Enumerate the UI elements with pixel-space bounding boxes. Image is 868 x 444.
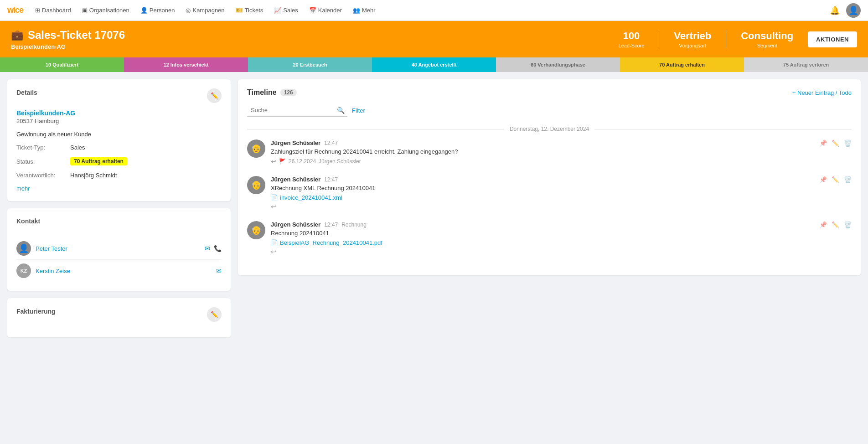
entry-1-pin-button[interactable]: 📌 (819, 139, 827, 147)
phase-10-qualifiziert[interactable]: 10 Qualifiziert (0, 57, 124, 72)
phase-70-auftrag-erhalten[interactable]: 70 Auftrag erhalten (620, 57, 744, 72)
kontakt-section-title: Kontakt (16, 217, 40, 225)
phase-40-angebot-erstellt[interactable]: 40 Angebot erstellt (372, 57, 496, 72)
nav-organisationen[interactable]: ▣ Organisationen (78, 4, 134, 16)
ticket-subtitle[interactable]: Beispielkunden-AG (11, 43, 609, 50)
dashboard-icon: ⊞ (35, 7, 40, 14)
contact-kerstin-zeise: KZ Kerstin Zeise ✉ (16, 260, 222, 282)
ticket-stats: 100 Lead-Score Vertrieb Vorgangsart Cons… (618, 30, 857, 48)
entry-3-author: Jürgen Schüssler (271, 221, 320, 228)
status-label: Status: (16, 158, 67, 165)
aktionen-button[interactable]: AKTIONEN (808, 31, 857, 47)
kontakt-card-header: Kontakt (16, 217, 222, 231)
fakturierung-edit-button[interactable]: ✏️ (207, 307, 222, 322)
ticket-typ-label: Ticket-Typ: (16, 144, 67, 151)
entry-1-avatar: 👴 (247, 139, 265, 158)
pencil-icon: ✏️ (211, 92, 218, 99)
details-ticket-typ-row: Ticket-Typ: Sales (16, 144, 222, 151)
entry-1-text: Zahlungsziel für Rechnung 202410041 erre… (271, 148, 852, 155)
ticket-header-left: 💼 Sales-Ticket 17076 Beispielkunden-AG (11, 29, 609, 50)
entry-1-body: Jürgen Schüssler 12:47 Zahlungsziel für … (271, 139, 852, 165)
details-edit-button[interactable]: ✏️ (207, 88, 222, 103)
nav-kalender[interactable]: 📅 Kalender (305, 4, 346, 16)
phase-12-infos-verschickt[interactable]: 12 Infos verschickt (124, 57, 248, 72)
timeline-header: Timeline 126 + Neuer Eintrag / Todo (247, 88, 852, 97)
phase-bar: 10 Qualifiziert 12 Infos verschickt 20 E… (0, 57, 868, 72)
peter-tester-phone-icon[interactable]: 📞 (214, 245, 222, 252)
user-avatar[interactable]: 👤 (846, 3, 861, 18)
timeline-card: Timeline 126 + Neuer Eintrag / Todo 🔍 Fi… (238, 79, 861, 275)
entry-1-header: Jürgen Schüssler 12:47 (271, 139, 852, 146)
entry-3-header: Jürgen Schüssler 12:47 Rechnung (271, 221, 852, 228)
kerstin-zeise-email-icon[interactable]: ✉ (216, 267, 222, 274)
briefcase-icon: 💼 (11, 29, 23, 41)
entry-1-sub: ↩ 🚩 26.12.2024 Jürgen Schüssler (271, 158, 852, 165)
topnav-right: 🔔 👤 (830, 3, 861, 18)
nav-personen[interactable]: 👤 Personen (136, 4, 180, 16)
peter-tester-email-icon[interactable]: ✉ (205, 245, 210, 252)
entry-3-edit-button[interactable]: ✏️ (832, 221, 839, 228)
entry-3-pin-button[interactable]: 📌 (819, 221, 827, 228)
vorgangsart-value: Vertrieb (674, 30, 711, 42)
details-status-row: Status: 70 Auftrag erhalten (16, 157, 222, 165)
fakturierung-section-title: Fakturierung (16, 308, 56, 315)
avatar-initials: 👤 (848, 5, 858, 15)
details-company-link[interactable]: Beispielkunden-AG (16, 109, 222, 117)
search-icon[interactable]: 🔍 (337, 107, 345, 114)
top-navigation: wice ⊞ Dashboard ▣ Organisationen 👤 Pers… (0, 0, 868, 21)
vorgangsart-stat: Vertrieb Vorgangsart (674, 30, 711, 48)
nav-mehr[interactable]: 👥 Mehr (348, 4, 380, 16)
entry-2-pin-button[interactable]: 📌 (819, 176, 827, 183)
filter-button[interactable]: Filter (352, 107, 365, 114)
entry-3-body: Jürgen Schüssler 12:47 Rechnung Rechnung… (271, 221, 852, 255)
search-input-wrap: 🔍 (247, 104, 347, 117)
entry-3-type: Rechnung (341, 222, 367, 228)
notification-bell-icon[interactable]: 🔔 (830, 5, 840, 15)
nav-tickets[interactable]: 🎫 Tickets (231, 4, 268, 16)
phase-20-erstbesuch[interactable]: 20 Erstbesuch (248, 57, 372, 72)
entry-3-reply-icon[interactable]: ↩ (271, 248, 276, 255)
right-panel: Timeline 126 + Neuer Eintrag / Todo 🔍 Fi… (238, 79, 861, 337)
phase-60-verhandlungsphase[interactable]: 60 Verhandlungsphase (496, 57, 620, 72)
mehr-icon: 👥 (353, 7, 360, 14)
entry-1-author: Jürgen Schüssler (271, 139, 320, 146)
search-input[interactable] (247, 104, 347, 117)
new-entry-link[interactable]: + Neuer Eintrag / Todo (792, 89, 852, 96)
nav-sales[interactable]: 📈 Sales (269, 4, 303, 16)
entry-2-sub: ↩ (271, 203, 852, 210)
entry-1-flag-icon: 🚩 (279, 158, 286, 165)
contact-peter-tester: 👤 Peter Tester ✉ 📞 (16, 237, 222, 260)
details-card: Details ✏️ Beispielkunden-AG 20537 Hambu… (7, 79, 231, 201)
kontakt-card: Kontakt 👤 Peter Tester ✉ 📞 KZ Kerstin Ze… (7, 208, 231, 291)
entry-1-sub-date: 26.12.2024 (289, 158, 316, 165)
entry-2-file-link[interactable]: 📄 invoice_202410041.xml (271, 194, 852, 201)
entry-3-avatar: 👴 (247, 221, 265, 239)
entry-2-edit-button[interactable]: ✏️ (832, 176, 839, 183)
entry-2-text: XRechnung XML Rechnung 202410041 (271, 185, 852, 191)
entry-3-delete-button[interactable]: 🗑️ (844, 221, 852, 228)
kerstin-zeise-name[interactable]: Kerstin Zeise (36, 268, 212, 274)
left-panel: Details ✏️ Beispielkunden-AG 20537 Hambu… (7, 79, 231, 337)
mehr-link[interactable]: mehr (16, 185, 222, 192)
entry-1-delete-button[interactable]: 🗑️ (844, 139, 852, 147)
peter-tester-name[interactable]: Peter Tester (36, 245, 200, 252)
timeline-entry-1: 👴 Jürgen Schüssler 12:47 Zahlungsziel fü… (247, 139, 852, 165)
entry-2-time: 12:47 (324, 176, 338, 183)
entry-3-actions: 📌 ✏️ 🗑️ (819, 221, 852, 228)
file-icon-3: 📄 (271, 239, 278, 246)
entry-2-actions: 📌 ✏️ 🗑️ (819, 176, 852, 183)
app-logo[interactable]: wice (7, 5, 23, 15)
timeline-date-divider: Donnerstag, 12. Dezember 2024 (247, 126, 852, 132)
entry-3-file-link[interactable]: 📄 BeispielAG_Rechnung_202410041.pdf (271, 239, 852, 246)
phase-75-auftrag-verloren[interactable]: 75 Auftrag verloren (744, 57, 868, 72)
details-card-header: Details ✏️ (16, 88, 222, 103)
entry-2-reply-icon[interactable]: ↩ (271, 203, 276, 210)
nav-kampagnen[interactable]: ◎ Kampagnen (181, 4, 229, 16)
entry-3-time: 12:47 (324, 222, 338, 228)
timeline-count: 126 (280, 89, 297, 96)
fakturierung-card: Fakturierung ✏️ (7, 298, 231, 337)
entry-2-delete-button[interactable]: 🗑️ (844, 176, 852, 183)
nav-dashboard[interactable]: ⊞ Dashboard (31, 4, 76, 16)
details-section-title: Details (16, 89, 37, 96)
entry-1-edit-button[interactable]: ✏️ (832, 139, 839, 147)
